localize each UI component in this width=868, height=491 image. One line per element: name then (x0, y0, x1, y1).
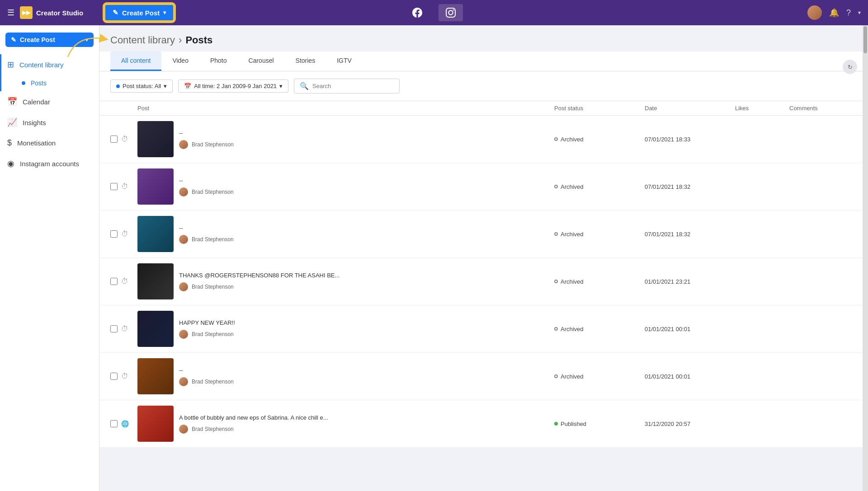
tab-carousel[interactable]: Carousel (238, 51, 285, 71)
avatar[interactable] (807, 5, 822, 20)
posts-active-dot (22, 81, 25, 85)
topbar: ☰ ▶▶ Creator Studio ✎ Create Post ▾ 🔔 ? … (0, 0, 868, 25)
refresh-button[interactable]: ↻ (843, 60, 857, 74)
row-checkbox[interactable] (110, 325, 118, 332)
row-checkbox[interactable] (110, 278, 118, 285)
create-post-sidebar-icon: ✎ (11, 36, 16, 43)
app-logo-icon: ▶▶ (20, 6, 33, 19)
table-row[interactable]: ⏱ -- Brad Stephenson Archived 07/01/2021… (99, 210, 868, 258)
create-post-topbar-button[interactable]: ✎ Create Post ▾ (104, 4, 175, 22)
author-avatar (179, 282, 188, 291)
row-clock-icon: ⏱ (121, 277, 128, 285)
post-thumbnail (137, 263, 174, 299)
author-avatar (179, 140, 188, 149)
table-row[interactable]: 🌐 A bottle of bubbly and new eps of Sabr… (99, 400, 868, 448)
search-container[interactable]: 🔍 (294, 79, 400, 94)
main-content: Content library › Posts ↻ All content Vi… (99, 25, 868, 491)
post-thumbnail (137, 121, 174, 157)
posts-table: Post Post status Date Likes Comments ⏱ -… (99, 101, 868, 448)
status-dot (554, 280, 558, 283)
col-checkbox (110, 105, 137, 112)
create-post-topbar-icon: ✎ (113, 9, 118, 17)
tab-stories[interactable]: Stories (285, 51, 326, 71)
table-row[interactable]: ⏱ HAPPY NEW YEAR!! Brad Stephenson Archi… (99, 305, 868, 353)
col-date: Date (645, 105, 735, 112)
col-likes: Likes (735, 105, 789, 112)
row-checkbox[interactable] (110, 183, 118, 190)
tab-photo[interactable]: Photo (199, 51, 238, 71)
table-row[interactable]: ⏱ -- Brad Stephenson Archived 07/01/2021… (99, 163, 868, 210)
tab-all-content[interactable]: All content (110, 51, 161, 71)
topbar-left: ☰ ▶▶ Creator Studio (7, 6, 83, 19)
breadcrumb-current: Posts (185, 34, 212, 46)
create-post-topbar-label: Create Post (122, 9, 160, 17)
topbar-chevron-icon[interactable]: ▾ (858, 9, 861, 16)
sidebar-item-monetisation-label: Monetisation (17, 139, 56, 147)
instagram-nav-button[interactable] (439, 4, 463, 21)
sidebar-item-calendar[interactable]: 📅 Calendar (0, 91, 99, 112)
filters-row: Post status: All ▾ 📅 All time: 2 Jan 200… (99, 71, 868, 101)
insights-icon: 📈 (7, 117, 17, 127)
author-name: Brad Stephenson (192, 141, 234, 148)
table-row[interactable]: ⏱ -- Brad Stephenson Archived 01/01/2021… (99, 353, 868, 400)
table-row[interactable]: ⏱ THANKS @ROGERSTEPHENSON88 FOR THE ASAH… (99, 258, 868, 305)
sidebar-item-content-library-label: Content library (19, 61, 64, 69)
post-cell: A bottle of bubbly and new eps of Sabrin… (137, 406, 554, 442)
sidebar-sub-item-posts[interactable]: Posts (0, 75, 99, 91)
facebook-nav-button[interactable] (405, 4, 429, 21)
status-label: Archived (561, 373, 584, 380)
row-checkbox[interactable] (110, 230, 118, 238)
post-author: Brad Stephenson (179, 187, 234, 196)
tabs: All content Video Photo Carousel Stories… (99, 51, 868, 71)
sidebar-item-insights[interactable]: 📈 Insights (0, 112, 99, 133)
date-filter[interactable]: 📅 All time: 2 Jan 2009-9 Jan 2021 ▾ (178, 79, 288, 93)
row-clock-icon: ⏱ (121, 372, 128, 380)
help-icon[interactable]: ? (846, 8, 851, 18)
status-label: Archived (561, 183, 584, 190)
row-clock-icon: ⏱ (121, 182, 128, 191)
search-input[interactable] (312, 83, 394, 89)
post-author: Brad Stephenson (179, 282, 340, 291)
sidebar-item-instagram-accounts[interactable]: ◉ Instagram accounts (0, 153, 99, 174)
row-clock-icon: ⏱ (121, 135, 128, 143)
author-name: Brad Stephenson (192, 331, 234, 337)
author-name: Brad Stephenson (192, 426, 234, 432)
sidebar-item-monetisation[interactable]: $ Monetisation (0, 133, 99, 153)
post-status-filter[interactable]: Post status: All ▾ (110, 79, 173, 93)
row-checkbox[interactable] (110, 136, 118, 143)
post-status-dot (116, 84, 120, 88)
post-title: -- (179, 367, 234, 374)
create-post-sidebar-button[interactable]: ✎ Create Post ▾ (5, 33, 94, 47)
post-title: HAPPY NEW YEAR!! (179, 319, 235, 326)
status-cell: Archived (554, 183, 645, 190)
status-label: Archived (561, 136, 584, 143)
col-status: Post status (554, 105, 645, 112)
post-author: Brad Stephenson (179, 377, 234, 386)
row-checkbox[interactable] (110, 373, 118, 380)
post-cell: HAPPY NEW YEAR!! Brad Stephenson (137, 311, 554, 347)
instagram-accounts-icon: ◉ (7, 159, 14, 168)
sidebar: ✎ Create Post ▾ ⊞ Content library Posts … (0, 25, 99, 491)
table-row[interactable]: ⏱ -- Brad Stephenson Archived 07/01/2021… (99, 116, 868, 163)
row-checkbox[interactable] (110, 420, 118, 427)
date-cell: 01/01/2021 00:01 (645, 326, 735, 332)
scrollbar[interactable] (863, 25, 868, 491)
tab-igtv[interactable]: IGTV (326, 51, 363, 71)
row-globe-icon: 🌐 (121, 420, 129, 427)
author-avatar (179, 235, 188, 244)
date-cell: 01/01/2021 23:21 (645, 278, 735, 285)
hamburger-icon[interactable]: ☰ (7, 8, 14, 18)
status-dot (554, 374, 558, 378)
post-author: Brad Stephenson (179, 425, 328, 434)
post-cell: -- Brad Stephenson (137, 168, 554, 205)
status-label: Archived (561, 231, 584, 238)
status-cell: Archived (554, 373, 645, 380)
post-author: Brad Stephenson (179, 140, 234, 149)
scrollbar-thumb[interactable] (863, 26, 867, 53)
date-filter-label: All time: 2 Jan 2009-9 Jan 2021 (194, 83, 277, 89)
notification-bell-icon[interactable]: 🔔 (829, 8, 839, 18)
status-label: Archived (561, 326, 584, 332)
tab-video[interactable]: Video (161, 51, 199, 71)
sidebar-item-content-library[interactable]: ⊞ Content library (0, 54, 99, 75)
post-thumbnail (137, 358, 174, 394)
